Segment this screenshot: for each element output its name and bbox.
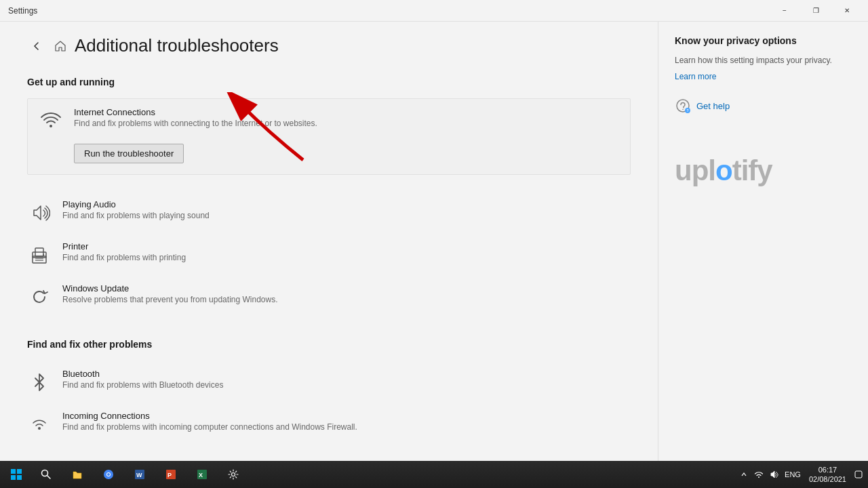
network-icon[interactable] [752, 462, 766, 487]
speaker-systray-icon [769, 470, 778, 479]
taskbar-chrome-button[interactable] [94, 462, 123, 487]
uplotify-text: uplotify [675, 155, 772, 186]
svg-rect-29 [855, 471, 862, 478]
taskbar-clock[interactable]: 06:17 02/08/2021 [805, 465, 850, 485]
powerpoint-icon: P [165, 469, 176, 480]
uplotify-tify: tify [732, 155, 772, 186]
learn-more-link[interactable]: Learn more [675, 72, 852, 81]
page-title: Additional troubleshooters [75, 35, 279, 56]
start-button[interactable] [3, 462, 30, 487]
annotation-arrow [215, 92, 323, 174]
taskbar: W P X [0, 461, 868, 488]
printer-item-name: Printer [62, 241, 631, 251]
printer-item-desc: Find and fix problems with printing [62, 253, 631, 262]
get-help-row[interactable]: ? Get help [675, 98, 852, 114]
svg-point-8 [38, 427, 41, 430]
settings-content: Additional troubleshooters Get up and ru… [0, 22, 658, 461]
taskbar-powerpoint-button[interactable]: P [156, 462, 186, 487]
bluetooth-item[interactable]: Bluetooth Find and fix problems with Blu… [27, 361, 631, 403]
network-systray-icon [754, 470, 764, 479]
bluetooth-svg-icon [31, 371, 47, 393]
incoming-item-name: Incoming Connections [62, 411, 631, 421]
notification-bell-icon [854, 470, 863, 479]
printer-item-text: Printer Find and fix problems with print… [62, 241, 631, 262]
svg-point-7 [43, 254, 44, 256]
excel-icon: X [197, 469, 208, 480]
svg-point-10 [682, 109, 684, 110]
svg-text:?: ? [686, 108, 688, 113]
taskbar-excel-button[interactable]: X [187, 462, 217, 487]
audio-icon [27, 201, 52, 225]
internet-connections-item[interactable]: Internet Connections Find and fix proble… [27, 98, 631, 175]
internet-icon [39, 108, 63, 133]
word-icon: W [134, 469, 145, 480]
signal-icon [28, 413, 50, 435]
uplotify-upl: upl [675, 155, 715, 186]
speaker-icon [28, 202, 50, 224]
chrome-icon [103, 469, 114, 480]
printer-icon [27, 243, 52, 267]
notification-icon[interactable] [852, 462, 865, 487]
svg-text:P: P [167, 472, 172, 479]
svg-text:X: X [199, 472, 203, 479]
get-help-link[interactable]: Get help [696, 101, 730, 111]
titlebar-title: Settings [8, 6, 37, 16]
section1-header: Get up and running [27, 77, 631, 87]
svg-point-28 [232, 473, 235, 476]
home-button[interactable] [54, 40, 66, 52]
titlebar: Settings − ❐ ✕ [0, 0, 868, 22]
back-icon [33, 42, 41, 50]
page-header: Additional troubleshooters [27, 35, 631, 56]
printer-svg-icon [28, 244, 50, 266]
windows-update-item[interactable]: Windows Update Resolve problems that pre… [27, 275, 631, 317]
wifi-icon [40, 110, 62, 131]
volume-icon[interactable] [767, 462, 781, 487]
folder-icon [72, 469, 83, 480]
taskbar-time: 06:17 [809, 465, 846, 474]
svg-point-0 [50, 125, 52, 127]
svg-rect-16 [17, 475, 22, 480]
help-bubble-icon: ? [675, 98, 690, 113]
search-icon [41, 469, 52, 480]
uplotify-watermark: uplotify [675, 155, 852, 187]
minimize-button[interactable]: − [769, 0, 800, 22]
section2-header: Find and fix other problems [27, 339, 631, 350]
home-icon [54, 40, 66, 52]
refresh-icon [28, 286, 50, 308]
windows-logo-icon [11, 469, 22, 480]
playing-audio-item[interactable]: Playing Audio Find and fix problems with… [27, 191, 631, 233]
internet-item-desc: Find and fix problems with connecting to… [74, 119, 619, 128]
taskbar-word-button[interactable]: W [125, 462, 155, 487]
taskbar-settings-button[interactable] [218, 462, 248, 487]
update-icon [27, 285, 52, 309]
titlebar-controls: − ❐ ✕ [769, 0, 863, 22]
get-help-icon: ? [675, 98, 691, 114]
privacy-desc: Learn how this setting impacts your priv… [675, 54, 852, 66]
taskbar-search-button[interactable] [31, 462, 61, 487]
taskbar-date: 02/08/2021 [809, 474, 846, 484]
incoming-icon [27, 412, 52, 436]
systray-up-arrow[interactable] [737, 462, 751, 487]
keyboard-layout: ENG [782, 470, 804, 479]
restore-button[interactable]: ❐ [800, 0, 831, 22]
back-button[interactable] [27, 37, 46, 56]
incoming-connections-item[interactable]: Incoming Connections Find and fix proble… [27, 403, 631, 445]
svg-rect-13 [11, 469, 16, 474]
printer-item[interactable]: Printer Find and fix problems with print… [27, 233, 631, 275]
windows-update-item-name: Windows Update [62, 283, 631, 293]
audio-item-desc: Find and fix problems with playing sound [62, 211, 631, 220]
svg-text:W: W [136, 472, 142, 479]
svg-rect-14 [17, 469, 22, 474]
taskbar-file-explorer-button[interactable] [62, 462, 92, 487]
privacy-title: Know your privacy options [675, 35, 852, 46]
incoming-item-desc: Find and fix problems with incoming comp… [62, 422, 631, 432]
titlebar-left: Settings [5, 6, 37, 16]
main-area: Additional troubleshooters Get up and ru… [0, 22, 868, 461]
audio-item-text: Playing Audio Find and fix problems with… [62, 199, 631, 220]
bluetooth-icon [27, 370, 52, 394]
bluetooth-item-desc: Find and fix problems with Bluetooth dev… [62, 380, 631, 390]
internet-item-name: Internet Connections [74, 107, 619, 117]
svg-rect-15 [11, 475, 16, 480]
close-button[interactable]: ✕ [831, 0, 863, 22]
run-troubleshooter-button[interactable]: Run the troubleshooter [74, 144, 184, 163]
